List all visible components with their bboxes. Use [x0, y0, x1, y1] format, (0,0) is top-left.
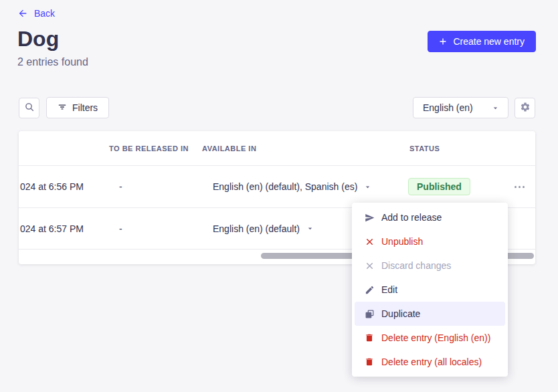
menu-item-label: Edit [381, 284, 397, 295]
content-manager-list-view: Back Dog Create new entry 2 entries foun… [0, 0, 558, 392]
menu-item-discard-changes[interactable]: Discard changes [355, 254, 505, 278]
menu-item-label: Unpublish [381, 236, 423, 247]
menu-item-add-to-release[interactable]: Add to release [355, 205, 505, 229]
entry-available-locales: English (en) (default), Spanish (es) [213, 181, 357, 192]
menu-item-delete-entry-locale[interactable]: Delete entry (English (en)) [355, 326, 505, 350]
create-button-label: Create new entry [453, 36, 525, 47]
entry-date: 024 at 6:57 PM [19, 223, 109, 234]
duplicate-icon [364, 308, 375, 319]
entry-available-locales: English (en) (default) [213, 223, 300, 234]
trash-icon [364, 357, 375, 367]
row-actions-menu: Add to release Unpublish Discard changes… [352, 203, 508, 377]
menu-item-label: Discard changes [381, 260, 451, 271]
menu-item-delete-entry-all-locales[interactable]: Delete entry (all locales) [355, 350, 505, 374]
menu-item-label: Delete entry (English (en)) [381, 332, 490, 343]
gear-icon [520, 102, 531, 114]
filters-button[interactable]: Filters [46, 97, 109, 118]
menu-item-edit[interactable]: Edit [355, 278, 505, 302]
chevron-down-icon[interactable] [363, 183, 372, 191]
status-badge: Published [408, 178, 470, 195]
table-header-row: TO BE RELEASED IN AVAILABLE IN STATUS [19, 131, 535, 166]
column-header-to-be-released-in: TO BE RELEASED IN [109, 144, 202, 153]
menu-item-label: Duplicate [381, 308, 420, 319]
row-actions-button[interactable] [512, 182, 527, 192]
menu-item-label: Add to release [381, 212, 442, 223]
column-header-available-in: AVAILABLE IN [202, 144, 409, 153]
menu-item-label: Delete entry (all locales) [381, 357, 482, 367]
search-icon [24, 102, 35, 114]
entry-to-be-released-in: - [109, 181, 202, 192]
list-toolbar: Filters English (en) [19, 97, 535, 118]
arrow-left-icon [17, 8, 28, 19]
chevron-down-icon[interactable] [306, 224, 314, 233]
trash-icon [364, 332, 375, 343]
back-label: Back [34, 8, 55, 19]
page-title: Dog [17, 25, 59, 52]
column-header-status: STATUS [409, 144, 494, 153]
view-settings-button[interactable] [515, 98, 535, 118]
filter-icon [58, 102, 67, 114]
menu-item-duplicate[interactable]: Duplicate [355, 302, 505, 326]
cross-icon [364, 260, 375, 271]
entries-count: 2 entries found [17, 56, 88, 68]
plus-icon [439, 37, 447, 45]
entry-date: 024 at 6:56 PM [19, 181, 109, 192]
cross-icon [364, 236, 375, 247]
back-link[interactable]: Back [17, 8, 55, 19]
create-new-entry-button[interactable]: Create new entry [428, 31, 536, 52]
locale-select[interactable]: English (en) [413, 97, 508, 118]
search-button[interactable] [19, 98, 39, 118]
locale-select-value: English (en) [423, 102, 473, 113]
table-row[interactable]: 024 at 6:56 PM - English (en) (default),… [19, 166, 535, 208]
send-icon [364, 212, 375, 223]
filters-button-label: Filters [72, 102, 98, 113]
entry-to-be-released-in: - [109, 223, 202, 234]
chevron-down-icon [491, 104, 500, 112]
pencil-icon [364, 284, 375, 295]
menu-item-unpublish[interactable]: Unpublish [355, 229, 505, 254]
